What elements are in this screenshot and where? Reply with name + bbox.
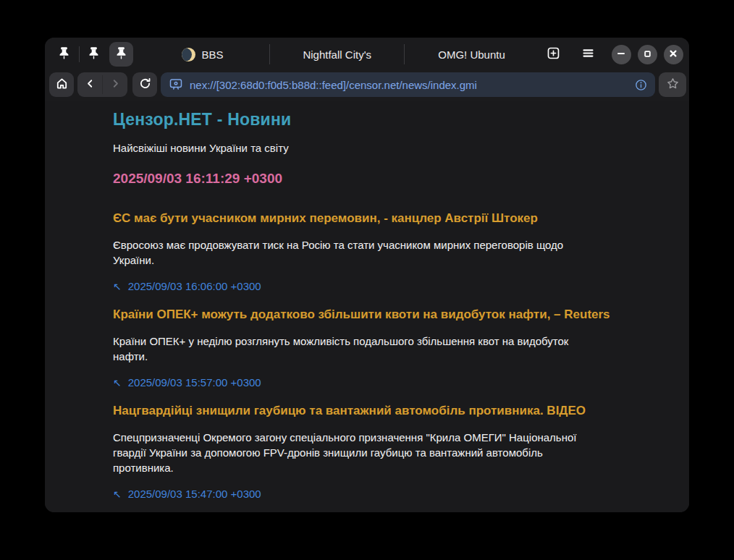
article-summary: Країни ОПЕК+ у неділю розглянуть можливі… [113,334,599,364]
history-nav-group [77,72,127,97]
article-title: Країни ОПЕК+ можуть додатково збільшити … [113,307,634,323]
url-bar[interactable]: nex://[302:68d0:f0d5:b88d::feed]/censor.… [161,72,655,97]
feed-updated-heading: 2025/09/03 16:11:29 +0300 [113,171,660,187]
article-link[interactable]: ↖ 2025/09/03 15:47:00 +0300 [113,488,261,500]
divider [269,44,270,64]
pinned-tab-1[interactable] [52,42,77,67]
chevron-left-icon [84,77,96,93]
url-input[interactable]: nex://[302:68d0:f0d5:b88d::feed]/censor.… [190,79,628,91]
star-icon [666,77,680,93]
tab-label: Nightfall City's [303,48,371,61]
tab-label: OMG! Ubuntu [438,48,505,61]
page-subtitle: Найсвіжіші новини України та світу [113,142,660,154]
tab-bar: BBS Nightfall City's OMG! Ubuntu [45,38,689,71]
article: ЄС має бути учасником мирних перемовин, … [113,211,660,292]
divider [79,46,80,62]
navigation-bar: nex://[302:68d0:f0d5:b88d::feed]/censor.… [45,71,689,101]
bookmark-button[interactable] [659,72,686,97]
reload-button[interactable] [132,72,157,97]
link-arrow-icon: ↖ [113,378,122,388]
back-button[interactable] [77,72,102,97]
article: Країни ОПЕК+ можуть додатково збільшити … [113,307,660,389]
close-button[interactable] [664,45,683,64]
home-button[interactable] [49,72,74,97]
article-timestamp-link[interactable]: 2025/09/03 15:57:00 +0300 [128,376,261,389]
pinned-tab-3-active[interactable] [109,42,134,67]
article-summary: Євросоюз має продовжувати тиск на Росію … [113,237,599,268]
pushpin-icon [88,47,99,62]
retro-monitor-icon [169,77,183,92]
page-content: Цензор.НЕТ - Новини Найсвіжіші новини Ук… [45,101,689,512]
page-title: Цензор.НЕТ - Новини [113,110,660,130]
article-title: ЄС має бути учасником мирних перемовин, … [113,211,634,226]
article-timestamp-link[interactable]: 2025/09/03 15:47:00 +0300 [128,488,261,500]
minus-icon [617,48,625,61]
divider [404,44,405,64]
tab-bbs[interactable]: BBS [138,38,267,71]
forward-button[interactable] [103,72,127,97]
maximize-button[interactable] [638,45,657,64]
pushpin-icon [116,47,127,62]
article-summary: Спецпризначенці Окремого загону спеціаль… [113,430,599,475]
link-arrow-icon: ↖ [113,489,122,499]
tab-nightfall-citys[interactable]: Nightfall City's [272,38,402,71]
article-link[interactable]: ↖ 2025/09/03 15:57:00 +0300 [113,376,261,389]
hamburger-icon [581,46,595,63]
reload-icon [138,77,152,93]
page-info-icon[interactable] [634,78,648,92]
square-icon [644,48,651,61]
article: Нацгвардійці знищили гаубицю та вантажни… [113,403,660,500]
tab-label: BBS [201,48,223,61]
article-link[interactable]: ↖ 2025/09/03 16:06:00 +0300 [113,280,261,292]
link-arrow-icon: ↖ [113,281,122,292]
x-icon [669,48,678,61]
new-tab-button[interactable] [542,43,565,66]
crescent-moon-icon [182,48,195,61]
minimize-button[interactable] [612,45,631,64]
pushpin-icon [59,47,69,62]
home-icon [55,77,69,93]
pinned-tab-2[interactable] [82,42,106,67]
article-title: Нацгвардійці знищили гаубицю та вантажни… [113,403,634,419]
tab-omg-ubuntu[interactable]: OMG! Ubuntu [407,38,536,71]
article-timestamp-link[interactable]: 2025/09/03 16:06:00 +0300 [128,280,261,292]
menu-button[interactable] [577,43,600,66]
square-plus-icon [546,46,561,64]
chevron-right-icon [109,77,122,93]
browser-window: BBS Nightfall City's OMG! Ubuntu [45,38,689,512]
